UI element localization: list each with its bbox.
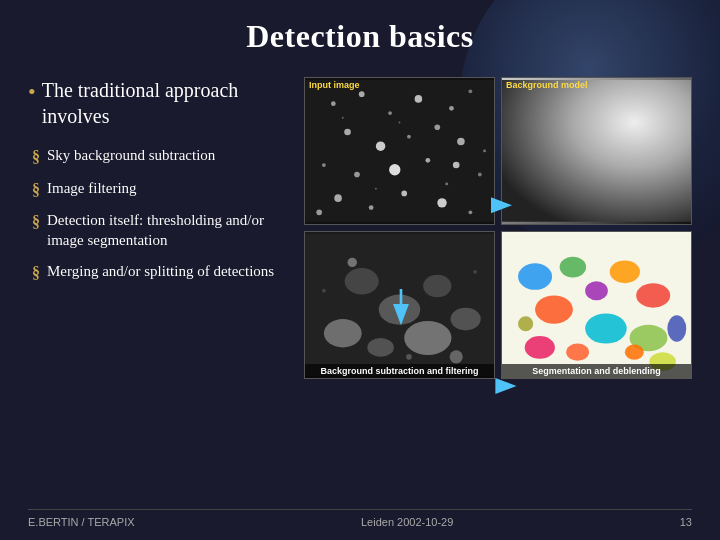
svg-point-5 <box>449 106 454 111</box>
svg-point-9 <box>407 135 411 139</box>
input-image-label: Input image <box>309 80 360 90</box>
svg-point-40 <box>322 289 326 293</box>
svg-point-46 <box>535 295 573 323</box>
bg-sub-svg <box>305 232 494 378</box>
footer-left: E.BERTIN / TERAPIX <box>28 516 135 528</box>
seg-svg <box>502 232 691 378</box>
svg-point-19 <box>369 205 374 210</box>
svg-point-49 <box>636 283 670 308</box>
right-panel: Input image <box>304 73 692 383</box>
svg-point-50 <box>585 313 627 343</box>
main-bullet-text: The traditional approach involves <box>42 77 288 129</box>
footer-center: Leiden 2002-10-29 <box>361 516 453 528</box>
svg-point-33 <box>423 274 451 297</box>
svg-point-23 <box>316 209 322 215</box>
svg-point-21 <box>437 198 446 207</box>
svg-point-34 <box>324 319 362 347</box>
svg-point-10 <box>434 124 440 130</box>
sub-bullet-marker: § <box>32 179 40 201</box>
svg-point-45 <box>560 256 586 277</box>
svg-point-4 <box>415 95 423 103</box>
bg-sub-image-cell: Background subtraction and filtering <box>304 231 495 379</box>
svg-point-36 <box>404 321 451 355</box>
svg-point-47 <box>585 281 608 300</box>
svg-point-14 <box>389 164 400 175</box>
svg-point-1 <box>331 101 336 106</box>
list-item: § Merging and/or splitting of detections <box>32 261 288 284</box>
svg-point-52 <box>525 336 555 359</box>
svg-point-56 <box>518 316 533 331</box>
list-item: § Sky background subtraction <box>32 145 288 168</box>
svg-point-27 <box>375 188 377 190</box>
list-item: § Detection itself: thresholding and/or … <box>32 210 288 251</box>
svg-point-48 <box>610 260 640 283</box>
svg-point-6 <box>468 89 472 93</box>
slide: Detection basics • The traditional appro… <box>0 0 720 540</box>
svg-point-3 <box>388 111 392 115</box>
sub-bullets-list: § Sky background subtraction § Image fil… <box>28 145 288 293</box>
sub-bullet-text: Detection itself: thresholding and/or im… <box>47 210 288 251</box>
svg-point-25 <box>399 122 401 124</box>
input-image-cell: Input image <box>304 77 495 225</box>
svg-point-24 <box>342 117 344 119</box>
svg-point-31 <box>345 268 379 294</box>
svg-point-41 <box>473 270 477 274</box>
slide-footer: E.BERTIN / TERAPIX Leiden 2002-10-29 13 <box>28 509 692 528</box>
svg-point-8 <box>376 141 385 150</box>
svg-point-15 <box>425 158 430 163</box>
sub-bullet-text: Image filtering <box>47 178 137 198</box>
svg-point-22 <box>468 210 472 214</box>
main-bullet: • The traditional approach involves <box>28 77 288 129</box>
svg-point-17 <box>478 173 482 177</box>
svg-point-54 <box>667 315 686 341</box>
footer-right: 13 <box>680 516 692 528</box>
sub-bullet-marker: § <box>32 262 40 284</box>
svg-point-18 <box>334 194 342 202</box>
bg-model-image-label: Background model <box>506 80 588 90</box>
svg-point-26 <box>445 183 448 186</box>
svg-point-11 <box>457 138 465 146</box>
svg-point-53 <box>566 343 589 360</box>
svg-point-42 <box>406 354 412 360</box>
bg-model-svg <box>502 78 691 224</box>
svg-point-32 <box>379 294 421 324</box>
main-bullet-dot: • <box>28 78 36 107</box>
slide-title: Detection basics <box>28 18 692 55</box>
bg-sub-bottom-label: Background subtraction and filtering <box>305 364 494 378</box>
right-panel-wrapper: Input image <box>304 73 692 505</box>
svg-point-12 <box>322 163 326 167</box>
svg-point-7 <box>344 129 351 136</box>
svg-rect-0 <box>305 80 494 222</box>
sub-bullet-text: Merging and/or splitting of detections <box>47 261 274 281</box>
svg-rect-29 <box>502 80 691 222</box>
svg-point-2 <box>359 91 365 97</box>
sub-bullet-marker: § <box>32 146 40 168</box>
bg-model-image-cell: Background model <box>501 77 692 225</box>
svg-point-13 <box>354 172 360 178</box>
svg-point-37 <box>451 307 481 330</box>
svg-point-57 <box>625 344 644 359</box>
slide-body: • The traditional approach involves § Sk… <box>28 73 692 505</box>
sub-bullet-marker: § <box>32 211 40 233</box>
seg-image-cell: Segmentation and deblending <box>501 231 692 379</box>
list-item: § Image filtering <box>32 178 288 201</box>
svg-point-44 <box>518 263 552 289</box>
svg-point-39 <box>450 350 463 363</box>
svg-point-38 <box>348 257 357 266</box>
svg-point-28 <box>483 149 486 152</box>
svg-point-16 <box>453 162 460 169</box>
svg-point-20 <box>401 191 407 197</box>
svg-point-35 <box>367 338 393 357</box>
input-image-svg <box>305 78 494 224</box>
seg-bottom-label: Segmentation and deblending <box>502 364 691 378</box>
left-panel: • The traditional approach involves § Sk… <box>28 73 288 505</box>
sub-bullet-text: Sky background subtraction <box>47 145 215 165</box>
